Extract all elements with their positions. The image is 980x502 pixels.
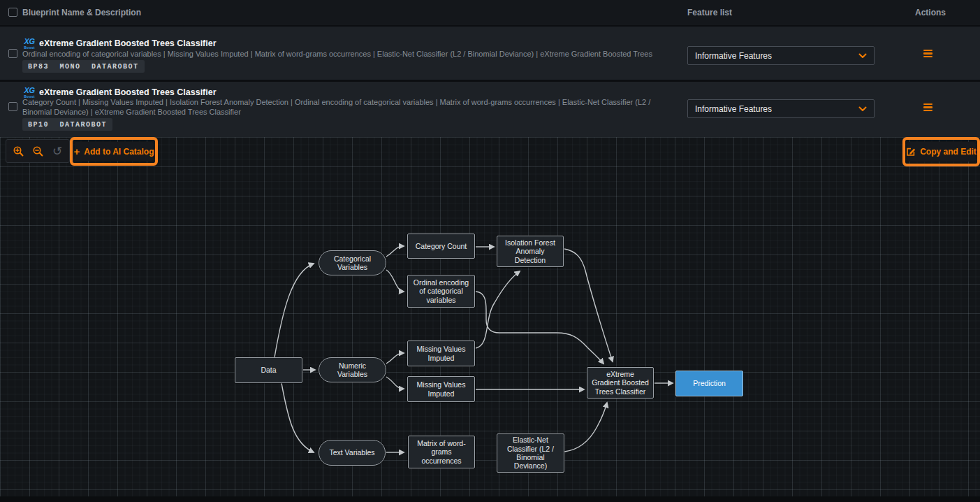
- add-to-ai-catalog-label: Add to AI Catalog: [84, 147, 154, 157]
- canvas-zoom-toolbar: ↺: [6, 139, 70, 163]
- chevron-down-icon: [858, 106, 867, 112]
- blueprint-canvas[interactable]: Data Categorical Variables Numeric Varia…: [0, 137, 980, 502]
- feature-list-value: Informative Features: [695, 51, 772, 61]
- edit-pencil-icon: [906, 147, 916, 157]
- canvas-bottom-edge: [0, 496, 980, 502]
- plus-icon: +: [74, 146, 80, 157]
- node-text-variables[interactable]: Text Variables: [319, 440, 386, 466]
- blueprint-edges: [0, 137, 980, 502]
- row-checkbox[interactable]: [8, 49, 17, 58]
- row-actions-menu-icon[interactable]: [923, 103, 933, 111]
- node-missing-values-imputed-1[interactable]: Missing Values Imputed: [407, 340, 475, 366]
- xgboost-icon: XG Boost: [22, 87, 37, 99]
- column-header-feature-list: Feature list: [687, 8, 732, 17]
- feature-list-dropdown[interactable]: Informative Features: [687, 46, 875, 65]
- node-prediction[interactable]: Prediction: [675, 371, 743, 396]
- xgboost-icon: XG Boost: [22, 38, 37, 50]
- blueprint-title: eXtreme Gradient Boosted Trees Classifie…: [39, 38, 217, 48]
- add-to-ai-catalog-button[interactable]: + Add to AI Catalog: [75, 142, 153, 161]
- zoom-in-icon[interactable]: [10, 143, 26, 159]
- copy-and-edit-label: Copy and Edit: [920, 147, 977, 157]
- table-row[interactable]: XG Boost eXtreme Gradient Boosted Trees …: [0, 27, 980, 80]
- node-categorical-variables[interactable]: Categorical Variables: [319, 250, 386, 275]
- node-xgboost-classifier[interactable]: eXtreme Gradient Boosted Trees Classifie…: [587, 367, 654, 399]
- node-numeric-variables[interactable]: Numeric Variables: [319, 357, 386, 382]
- table-row[interactable]: XG Boost eXtreme Gradient Boosted Trees …: [0, 82, 980, 137]
- table-header-row: Blueprint Name & Description Feature lis…: [0, 0, 980, 25]
- blueprint-description: Category Count | Missing Values Imputed …: [22, 98, 661, 117]
- node-missing-values-imputed-2[interactable]: Missing Values Imputed: [407, 376, 475, 402]
- row-checkbox[interactable]: [8, 102, 17, 111]
- blueprint-title: eXtreme Gradient Boosted Trees Classifie…: [39, 87, 217, 97]
- node-matrix-word-grams[interactable]: Matrix of word-grams occurrences: [408, 436, 475, 468]
- blueprint-table: Blueprint Name & Description Feature lis…: [0, 0, 980, 137]
- node-category-count[interactable]: Category Count: [407, 234, 475, 259]
- feature-list-value: Informative Features: [695, 104, 772, 114]
- blueprint-badge: BP83 MONO DATAROBOT: [22, 60, 145, 73]
- select-all-checkbox[interactable]: [8, 8, 17, 17]
- column-header-actions: Actions: [915, 8, 946, 17]
- undo-icon[interactable]: ↺: [50, 143, 65, 159]
- zoom-out-icon[interactable]: [30, 143, 45, 159]
- feature-list-dropdown[interactable]: Informative Features: [687, 99, 875, 118]
- node-data[interactable]: Data: [235, 357, 302, 383]
- row-actions-menu-icon[interactable]: [923, 50, 933, 57]
- copy-and-edit-button[interactable]: Copy and Edit: [907, 142, 975, 162]
- node-ordinal-encoding[interactable]: Ordinal encoding of categorical variable…: [407, 275, 475, 308]
- blueprint-badge: BP10 DATAROBOT: [22, 118, 112, 131]
- chevron-down-icon: [858, 53, 867, 59]
- column-header-name: Blueprint Name & Description: [22, 8, 141, 17]
- node-isolation-forest[interactable]: Isolation Forest Anomaly Detection: [497, 236, 564, 267]
- node-elastic-net[interactable]: Elastic-Net Classifier (L2 / Binomial De…: [497, 433, 564, 473]
